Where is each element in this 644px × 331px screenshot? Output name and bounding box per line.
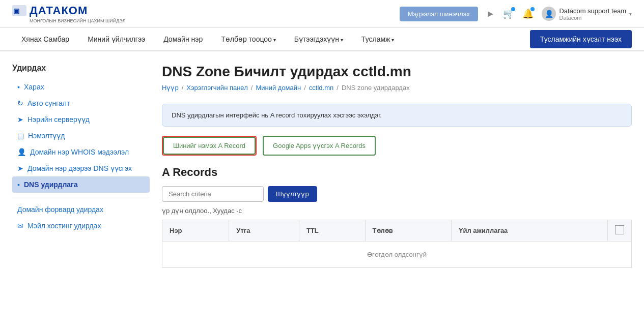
sidebar-item-dns-create[interactable]: ➤ Домайн нэр дээрээ DNS үүсгэх bbox=[12, 160, 150, 176]
info-text: DNS удирдлагын интерфейс нь A record тох… bbox=[172, 111, 382, 119]
nav-item-dashboard[interactable]: Хянах Самбар bbox=[12, 28, 78, 50]
sidebar-item-label: DNS удирдлага bbox=[24, 180, 78, 189]
records-section-title: A Records bbox=[162, 166, 632, 179]
svg-text:▣: ▣ bbox=[13, 7, 19, 15]
search-input[interactable] bbox=[162, 186, 264, 202]
search-bar: Шүүлтүүр bbox=[162, 186, 632, 202]
sidebar-section-title: Удирдах bbox=[12, 64, 150, 73]
sidebar-item-view[interactable]: ▪ Харах bbox=[12, 79, 150, 95]
nav: Хянах Самбар Миний үйлчилгээ Домайн нэр … bbox=[0, 28, 644, 51]
notification-icon[interactable]: 🔔 bbox=[522, 8, 534, 19]
result-info: үр дүн олдлоо., Хуудас -с bbox=[162, 207, 632, 215]
logo-icon: ▣ bbox=[12, 5, 26, 16]
sidebar-item-label: Домайн нэр WHOIS мэдээлэл bbox=[30, 148, 129, 156]
sidebar-item-label: Домайн нэр дээрээ DNS үүсгэх bbox=[27, 164, 132, 172]
nav-item-domain[interactable]: Домайн нэр bbox=[154, 28, 212, 50]
breadcrumb-my-domain[interactable]: Миний домайн bbox=[256, 84, 301, 92]
sidebar-separator bbox=[12, 197, 150, 197]
sidebar-item-dns-manage[interactable]: ▪ DNS удирдлага bbox=[12, 176, 150, 193]
share-icon[interactable]: ► bbox=[486, 9, 495, 19]
records-table: Нэр Утга TTL Төлөв Үйл ажиллагаа Өгөгдөл… bbox=[162, 220, 632, 268]
nav-item-help[interactable]: Тусламж bbox=[352, 28, 403, 50]
domain-forward-label: Домайн форвард удирдах bbox=[17, 205, 103, 214]
col-checkbox[interactable] bbox=[608, 220, 632, 242]
mail-icon: ✉ bbox=[17, 222, 23, 230]
sidebar-item-mail-hosting[interactable]: ✉ Мэйл хостинг удирдах bbox=[12, 218, 150, 234]
col-value: Утга bbox=[229, 220, 299, 242]
no-data-cell: Өгөгдөл олдсонгүй bbox=[162, 242, 632, 268]
select-all-checkbox[interactable] bbox=[615, 225, 624, 234]
support-request-button[interactable]: Тусламжийн хүсэлт нээх bbox=[530, 30, 632, 48]
dns-create-icon: ➤ bbox=[17, 164, 23, 172]
sidebar-item-domain-forward[interactable]: Домайн форвард удирдах bbox=[12, 201, 150, 218]
user-name: Datacom support team bbox=[559, 7, 626, 15]
header-right: Мэдээлэл шинэчлэх ► 🛒 🔔 👤 Datacom suppor… bbox=[400, 7, 632, 21]
sidebar-item-whois[interactable]: 👤 Домайн нэр WHOIS мэдээлэл bbox=[12, 144, 150, 160]
col-status: Төлөв bbox=[365, 220, 452, 242]
google-apps-button[interactable]: Google Apps үүсгэх A Records bbox=[263, 136, 376, 156]
table-row: Өгөгдөл олдсонгүй bbox=[162, 242, 632, 268]
col-name: Нэр bbox=[162, 220, 229, 242]
main-content: Удирдах ▪ Харах ↻ Авто сунгалт ➤ Нэрийн … bbox=[0, 51, 644, 316]
header: ▣ ДАТАКОМ МОНГОЛЫН БИЗНЕСИЙН ЦАХИМ ШИЙДЭ… bbox=[0, 0, 644, 28]
page-title: DNS Zone Бичилт удирдах cctld.mn bbox=[162, 64, 632, 80]
sidebar-item-label: Харах bbox=[24, 83, 44, 91]
nav-item-products[interactable]: Бүтээгдэхүүн bbox=[285, 28, 352, 50]
filter-button[interactable]: Шүүлтүүр bbox=[268, 186, 317, 202]
user-org: Datacom bbox=[559, 15, 626, 21]
sidebar-item-nameservers[interactable]: ➤ Нэрийн серверүүд bbox=[12, 111, 150, 128]
info-box: DNS удирдлагын интерфейс нь A record тох… bbox=[162, 104, 632, 127]
breadcrumb-home[interactable]: Нүүр bbox=[162, 84, 179, 92]
breadcrumb: Нүүр / Хэрэглэгчийн панел / Миний домайн… bbox=[162, 84, 632, 92]
sidebar-item-label: Нэмэлтүүд bbox=[28, 132, 65, 140]
logo: ▣ ДАТАКОМ МОНГОЛЫН БИЗНЕСИЙН ЦАХИМ ШИЙДЭ… bbox=[12, 4, 125, 23]
add-record-button[interactable]: Шинийг нэмэх A Record bbox=[163, 137, 256, 155]
user-info[interactable]: 👤 Datacom support team Datacom ▾ bbox=[542, 7, 632, 21]
content-area: DNS Zone Бичилт удирдах cctld.mn Нүүр / … bbox=[162, 64, 632, 304]
sidebar-item-addons[interactable]: ▤ Нэмэлтүүд bbox=[12, 128, 150, 144]
sidebar: Удирдах ▪ Харах ↻ Авто сунгалт ➤ Нэрийн … bbox=[12, 64, 150, 304]
logo-subtitle: МОНГОЛЫН БИЗНЕСИЙН ЦАХИМ ШИЙДЭЛ bbox=[30, 18, 125, 23]
sidebar-item-label: Авто сунгалт bbox=[27, 99, 70, 107]
whois-icon: 👤 bbox=[17, 148, 26, 156]
cart-icon[interactable]: 🛒 bbox=[503, 8, 514, 19]
refresh-button[interactable]: Мэдээлэл шинэчлэх bbox=[400, 7, 478, 21]
nav-item-services[interactable]: Миний үйлчилгээ bbox=[78, 28, 154, 50]
dns-icon: ▪ bbox=[17, 180, 20, 189]
sidebar-item-auto-renew[interactable]: ↻ Авто сунгалт bbox=[12, 95, 150, 111]
col-action: Үйл ажиллагаа bbox=[452, 220, 608, 242]
col-ttl: TTL bbox=[299, 220, 365, 242]
table-header-row: Нэр Утга TTL Төлөв Үйл ажиллагаа bbox=[162, 220, 632, 242]
breadcrumb-current: DNS zone удирдардах bbox=[342, 84, 410, 92]
add-record-highlight: Шинийг нэмэх A Record bbox=[162, 136, 257, 156]
user-dropdown-icon[interactable]: ▾ bbox=[629, 11, 632, 17]
logo-title: ДАТАКОМ bbox=[30, 4, 88, 17]
sidebar-item-label: Нэрийн серверүүд bbox=[27, 115, 90, 124]
view-icon: ▪ bbox=[17, 83, 20, 91]
avatar: 👤 bbox=[542, 7, 556, 21]
mail-hosting-label: Мэйл хостинг удирдах bbox=[27, 222, 101, 230]
addon-icon: ▤ bbox=[17, 132, 24, 140]
server-icon: ➤ bbox=[17, 115, 23, 124]
breadcrumb-cctld[interactable]: cctld.mn bbox=[309, 84, 333, 92]
renew-icon: ↻ bbox=[17, 99, 23, 107]
action-buttons: Шинийг нэмэх A Record Google Apps үүсгэх… bbox=[162, 136, 632, 156]
breadcrumb-panel[interactable]: Хэрэглэгчийн панел bbox=[186, 84, 248, 92]
nav-item-billing[interactable]: Төлбөр тооцоо bbox=[212, 28, 285, 50]
